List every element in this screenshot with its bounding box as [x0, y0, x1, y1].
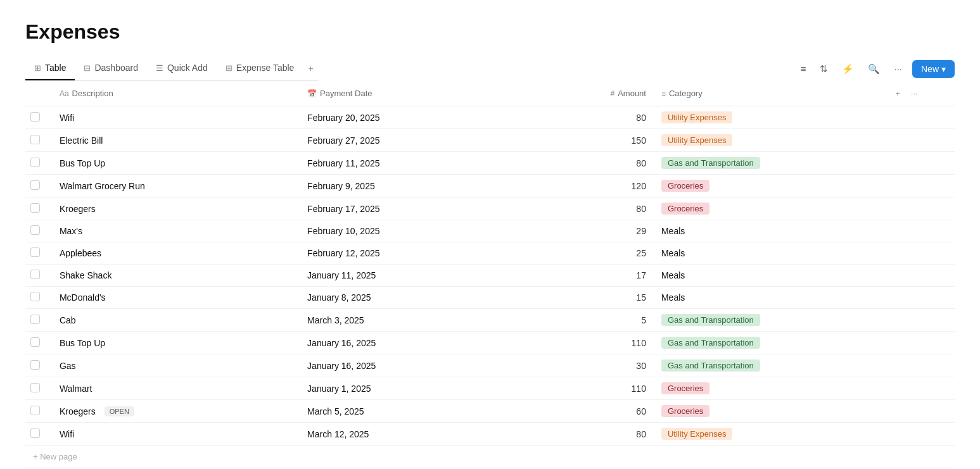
amount-cell: 120	[477, 175, 654, 197]
description-value: Max's	[60, 226, 82, 236]
table-row: Electric Bill OPEN February 27, 2025 150…	[25, 129, 955, 152]
table-row: Bus Top Up OPEN February 11, 2025 80 Gas…	[25, 152, 955, 175]
date-value: January 16, 2025	[307, 361, 376, 371]
row-checkbox[interactable]	[30, 337, 40, 347]
row-checkbox[interactable]	[30, 292, 40, 301]
row-actions-cell	[884, 287, 955, 309]
tab-expense-table[interactable]: ⊞ Expense Table	[217, 56, 303, 80]
column-options-button[interactable]: ···	[907, 87, 922, 99]
amount-cell: 5	[477, 309, 654, 332]
row-checkbox[interactable]	[30, 270, 40, 279]
description-value: McDonald's	[60, 292, 106, 303]
description-value: Wifi	[60, 429, 74, 439]
table-row: Walmart OPEN January 1, 2025 110 Groceri…	[25, 377, 955, 400]
row-actions-cell	[884, 152, 955, 175]
row-checkbox[interactable]	[30, 180, 40, 190]
category-badge: Gas and Transportation	[661, 157, 760, 169]
description-value: Applebees	[60, 248, 101, 258]
description-col-icon: Aa	[60, 89, 69, 98]
table-header: Aa Description 📅 Payment Date # Amount	[25, 81, 955, 106]
add-column-button[interactable]: +	[891, 87, 904, 99]
category-badge: Gas and Transportation	[661, 337, 760, 349]
amount-cell: 150	[477, 129, 654, 152]
description-value: Cab	[60, 315, 76, 325]
date-cell: February 9, 2025	[300, 175, 476, 197]
row-checkbox[interactable]	[30, 360, 40, 370]
tab-dashboard[interactable]: ⊟ Dashboard	[75, 56, 147, 80]
filter-button[interactable]: ≡	[797, 61, 810, 77]
row-checkbox-cell	[25, 377, 52, 400]
add-tab-button[interactable]: +	[303, 57, 318, 80]
row-actions-cell	[884, 175, 955, 197]
table-row: Kroegers OPEN February 17, 2025 80 Groce…	[25, 197, 955, 220]
expense-table-tab-icon: ⊞	[226, 63, 232, 73]
amount-value: 17	[636, 270, 646, 280]
description-value: Gas	[60, 361, 76, 371]
description-value: Electric Bill	[60, 135, 103, 146]
amount-cell: 17	[477, 265, 654, 287]
row-actions-cell	[884, 197, 955, 220]
category-badge: Gas and Transportation	[661, 314, 760, 326]
tab-quick-add-label: Quick Add	[167, 63, 208, 73]
date-value: February 11, 2025	[307, 158, 379, 168]
date-value: March 3, 2025	[307, 315, 364, 325]
date-cell: January 8, 2025	[300, 287, 476, 309]
new-page-row[interactable]: + New page	[25, 446, 955, 468]
amount-value: 80	[636, 429, 646, 439]
category-value: Meals	[661, 270, 685, 280]
category-badge: Utility Expenses	[661, 111, 732, 123]
row-checkbox[interactable]	[30, 135, 40, 144]
sort-button[interactable]: ⇅	[816, 61, 832, 77]
row-checkbox[interactable]	[30, 383, 40, 392]
row-checkbox-cell	[25, 129, 52, 152]
description-cell: Kroegers OPEN	[52, 197, 300, 220]
category-cell: Gas and Transportation	[654, 152, 884, 175]
row-checkbox[interactable]	[30, 112, 40, 122]
more-options-button[interactable]: ···	[890, 61, 906, 77]
date-cell: March 5, 2025	[300, 400, 476, 423]
row-checkbox[interactable]	[30, 428, 40, 438]
amount-value: 110	[632, 338, 646, 348]
row-checkbox[interactable]	[30, 406, 40, 415]
tab-dashboard-label: Dashboard	[94, 63, 138, 73]
description-value: Bus Top Up	[60, 338, 105, 348]
tab-quick-add[interactable]: ☰ Quick Add	[147, 56, 217, 80]
date-col-label: Payment Date	[320, 89, 372, 98]
amount-col-icon: #	[610, 89, 614, 98]
amount-value: 110	[632, 384, 646, 394]
category-cell: Groceries	[654, 197, 884, 220]
tab-table[interactable]: ⊞ Table	[25, 56, 75, 80]
category-badge: Groceries	[661, 405, 710, 417]
category-badge: Groceries	[661, 203, 710, 215]
date-cell: February 12, 2025	[300, 242, 476, 265]
amount-value: 80	[636, 204, 646, 214]
amount-value: 80	[636, 158, 646, 168]
category-value: Meals	[661, 292, 685, 303]
description-value: Kroegers	[60, 406, 96, 416]
category-cell: Gas and Transportation	[654, 332, 884, 354]
table-tab-icon: ⊞	[34, 63, 41, 73]
description-cell: Cab OPEN	[52, 309, 300, 332]
row-checkbox[interactable]	[30, 203, 40, 213]
open-button[interactable]: OPEN	[105, 406, 134, 416]
amount-value: 60	[636, 406, 646, 416]
new-button[interactable]: New ▾	[912, 60, 955, 78]
row-checkbox[interactable]	[30, 158, 40, 167]
date-cell: February 11, 2025	[300, 152, 476, 175]
row-checkbox-cell	[25, 423, 52, 446]
category-cell: Groceries	[654, 377, 884, 400]
row-checkbox[interactable]	[30, 315, 40, 324]
amount-cell: 25	[477, 242, 654, 265]
automation-button[interactable]: ⚡	[838, 61, 858, 77]
amount-cell: 15	[477, 287, 654, 309]
category-badge: Gas and Transportation	[661, 360, 760, 372]
row-checkbox[interactable]	[30, 225, 40, 235]
search-button[interactable]: 🔍	[864, 61, 884, 77]
row-actions-cell	[884, 423, 955, 446]
date-value: January 8, 2025	[307, 292, 371, 303]
tabs-row: ⊞ Table ⊟ Dashboard ☰ Quick Add ⊞ Expens…	[25, 56, 955, 81]
date-value: February 9, 2025	[307, 181, 375, 191]
description-cell: Bus Top Up OPEN	[52, 332, 300, 354]
row-checkbox[interactable]	[30, 247, 40, 257]
table-row: Shake Shack OPEN January 11, 2025 17 Mea…	[25, 265, 955, 287]
